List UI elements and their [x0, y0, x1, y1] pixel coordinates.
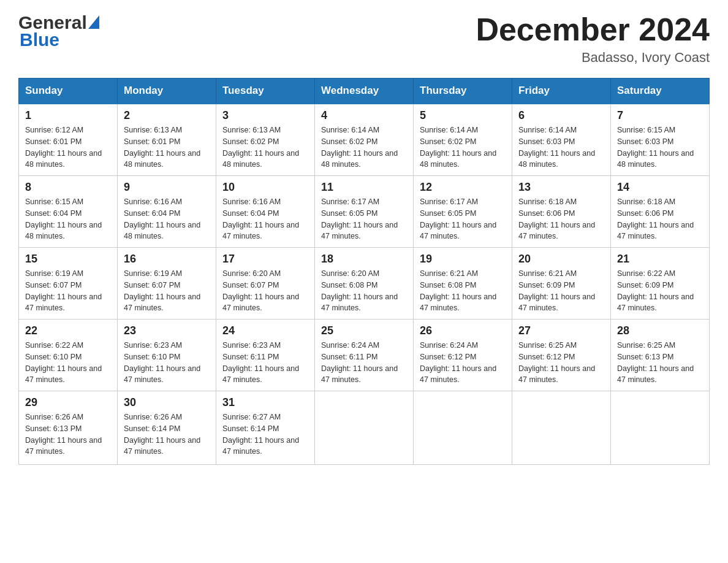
calendar-day-cell-5: 5Sunrise: 6:14 AMSunset: 6:02 PMDaylight… [414, 104, 512, 176]
calendar-day-cell-25: 25Sunrise: 6:24 AMSunset: 6:11 PMDayligh… [315, 320, 414, 391]
day-sun-info: Sunrise: 6:27 AMSunset: 6:14 PMDaylight:… [222, 412, 308, 458]
calendar-empty-cell [414, 391, 512, 465]
day-sun-info: Sunrise: 6:23 AMSunset: 6:10 PMDaylight:… [124, 340, 210, 386]
logo-blue-text: Blue [20, 29, 59, 50]
calendar-empty-cell [512, 391, 611, 465]
day-sun-info: Sunrise: 6:18 AMSunset: 6:06 PMDaylight:… [518, 196, 604, 242]
day-number: 5 [420, 109, 506, 122]
day-sun-info: Sunrise: 6:14 AMSunset: 6:03 PMDaylight:… [518, 124, 604, 170]
calendar-day-cell-13: 13Sunrise: 6:18 AMSunset: 6:06 PMDayligh… [512, 176, 611, 248]
calendar-day-header-wednesday: Wednesday [315, 79, 414, 104]
day-number: 23 [124, 324, 210, 337]
day-sun-info: Sunrise: 6:22 AMSunset: 6:10 PMDaylight:… [25, 340, 111, 386]
day-number: 16 [124, 253, 210, 266]
day-number: 15 [25, 253, 111, 266]
day-number: 19 [420, 253, 506, 266]
day-sun-info: Sunrise: 6:19 AMSunset: 6:07 PMDaylight:… [124, 268, 210, 314]
calendar-day-cell-11: 11Sunrise: 6:17 AMSunset: 6:05 PMDayligh… [315, 176, 414, 248]
calendar-empty-cell [611, 391, 710, 465]
calendar-day-cell-4: 4Sunrise: 6:14 AMSunset: 6:02 PMDaylight… [315, 104, 414, 176]
calendar-table: SundayMondayTuesdayWednesdayThursdayFrid… [18, 78, 710, 465]
calendar-day-cell-27: 27Sunrise: 6:25 AMSunset: 6:12 PMDayligh… [512, 320, 611, 391]
calendar-day-cell-16: 16Sunrise: 6:19 AMSunset: 6:07 PMDayligh… [118, 248, 216, 320]
day-number: 27 [518, 324, 604, 337]
day-number: 25 [321, 324, 407, 337]
day-number: 28 [617, 324, 703, 337]
calendar-day-cell-14: 14Sunrise: 6:18 AMSunset: 6:06 PMDayligh… [611, 176, 710, 248]
day-number: 13 [518, 181, 604, 194]
day-sun-info: Sunrise: 6:22 AMSunset: 6:09 PMDaylight:… [617, 268, 703, 314]
day-sun-info: Sunrise: 6:14 AMSunset: 6:02 PMDaylight:… [420, 124, 506, 170]
day-number: 10 [222, 181, 308, 194]
day-sun-info: Sunrise: 6:20 AMSunset: 6:07 PMDaylight:… [222, 268, 308, 314]
calendar-header-row: SundayMondayTuesdayWednesdayThursdayFrid… [19, 79, 710, 104]
calendar-empty-cell [315, 391, 414, 465]
day-sun-info: Sunrise: 6:17 AMSunset: 6:05 PMDaylight:… [420, 196, 506, 242]
day-sun-info: Sunrise: 6:25 AMSunset: 6:13 PMDaylight:… [617, 340, 703, 386]
calendar-day-header-friday: Friday [512, 79, 611, 104]
day-sun-info: Sunrise: 6:18 AMSunset: 6:06 PMDaylight:… [617, 196, 703, 242]
day-sun-info: Sunrise: 6:16 AMSunset: 6:04 PMDaylight:… [124, 196, 210, 242]
calendar-day-cell-20: 20Sunrise: 6:21 AMSunset: 6:09 PMDayligh… [512, 248, 611, 320]
day-sun-info: Sunrise: 6:25 AMSunset: 6:12 PMDaylight:… [518, 340, 604, 386]
day-sun-info: Sunrise: 6:21 AMSunset: 6:09 PMDaylight:… [518, 268, 604, 314]
day-sun-info: Sunrise: 6:12 AMSunset: 6:01 PMDaylight:… [25, 124, 111, 170]
day-sun-info: Sunrise: 6:23 AMSunset: 6:11 PMDaylight:… [222, 340, 308, 386]
day-sun-info: Sunrise: 6:26 AMSunset: 6:14 PMDaylight:… [124, 412, 210, 458]
day-sun-info: Sunrise: 6:19 AMSunset: 6:07 PMDaylight:… [25, 268, 111, 314]
calendar-week-row: 8Sunrise: 6:15 AMSunset: 6:04 PMDaylight… [19, 176, 710, 248]
calendar-day-cell-19: 19Sunrise: 6:21 AMSunset: 6:08 PMDayligh… [414, 248, 512, 320]
day-number: 7 [617, 109, 703, 122]
calendar-day-cell-6: 6Sunrise: 6:14 AMSunset: 6:03 PMDaylight… [512, 104, 611, 176]
day-number: 3 [222, 109, 308, 122]
calendar-day-header-sunday: Sunday [19, 79, 118, 104]
day-number: 24 [222, 324, 308, 337]
day-sun-info: Sunrise: 6:17 AMSunset: 6:05 PMDaylight:… [321, 196, 407, 242]
calendar-day-cell-7: 7Sunrise: 6:15 AMSunset: 6:03 PMDaylight… [611, 104, 710, 176]
svg-marker-0 [88, 15, 99, 29]
day-number: 22 [25, 324, 111, 337]
day-sun-info: Sunrise: 6:26 AMSunset: 6:13 PMDaylight:… [25, 412, 111, 458]
calendar-day-cell-21: 21Sunrise: 6:22 AMSunset: 6:09 PMDayligh… [611, 248, 710, 320]
day-sun-info: Sunrise: 6:24 AMSunset: 6:12 PMDaylight:… [420, 340, 506, 386]
day-sun-info: Sunrise: 6:15 AMSunset: 6:03 PMDaylight:… [617, 124, 703, 170]
calendar-day-header-monday: Monday [118, 79, 216, 104]
day-number: 14 [617, 181, 703, 194]
calendar-day-cell-24: 24Sunrise: 6:23 AMSunset: 6:11 PMDayligh… [216, 320, 315, 391]
day-sun-info: Sunrise: 6:13 AMSunset: 6:01 PMDaylight:… [124, 124, 210, 170]
calendar-day-cell-28: 28Sunrise: 6:25 AMSunset: 6:13 PMDayligh… [611, 320, 710, 391]
calendar-day-cell-22: 22Sunrise: 6:22 AMSunset: 6:10 PMDayligh… [19, 320, 118, 391]
day-number: 18 [321, 253, 407, 266]
calendar-day-cell-29: 29Sunrise: 6:26 AMSunset: 6:13 PMDayligh… [19, 391, 118, 465]
location-subtitle: Badasso, Ivory Coast [476, 50, 710, 66]
day-number: 9 [124, 181, 210, 194]
day-sun-info: Sunrise: 6:24 AMSunset: 6:11 PMDaylight:… [321, 340, 407, 386]
calendar-day-cell-2: 2Sunrise: 6:13 AMSunset: 6:01 PMDaylight… [118, 104, 216, 176]
day-number: 6 [518, 109, 604, 122]
day-sun-info: Sunrise: 6:16 AMSunset: 6:04 PMDaylight:… [222, 196, 308, 242]
day-number: 17 [222, 253, 308, 266]
calendar-day-cell-8: 8Sunrise: 6:15 AMSunset: 6:04 PMDaylight… [19, 176, 118, 248]
day-number: 12 [420, 181, 506, 194]
day-number: 8 [25, 181, 111, 194]
page-header: General Blue December 2024 Badasso, Ivor… [18, 12, 710, 66]
calendar-day-cell-15: 15Sunrise: 6:19 AMSunset: 6:07 PMDayligh… [19, 248, 118, 320]
day-number: 21 [617, 253, 703, 266]
day-number: 29 [25, 396, 111, 409]
calendar-week-row: 15Sunrise: 6:19 AMSunset: 6:07 PMDayligh… [19, 248, 710, 320]
day-sun-info: Sunrise: 6:15 AMSunset: 6:04 PMDaylight:… [25, 196, 111, 242]
calendar-day-header-thursday: Thursday [414, 79, 512, 104]
calendar-day-header-tuesday: Tuesday [216, 79, 315, 104]
calendar-day-cell-10: 10Sunrise: 6:16 AMSunset: 6:04 PMDayligh… [216, 176, 315, 248]
calendar-week-row: 1Sunrise: 6:12 AMSunset: 6:01 PMDaylight… [19, 104, 710, 176]
day-number: 26 [420, 324, 506, 337]
day-number: 1 [25, 109, 111, 122]
calendar-day-cell-1: 1Sunrise: 6:12 AMSunset: 6:01 PMDaylight… [19, 104, 118, 176]
day-number: 4 [321, 109, 407, 122]
calendar-day-header-saturday: Saturday [611, 79, 710, 104]
day-sun-info: Sunrise: 6:20 AMSunset: 6:08 PMDaylight:… [321, 268, 407, 314]
calendar-day-cell-17: 17Sunrise: 6:20 AMSunset: 6:07 PMDayligh… [216, 248, 315, 320]
logo-triangle-icon [88, 15, 99, 29]
day-sun-info: Sunrise: 6:14 AMSunset: 6:02 PMDaylight:… [321, 124, 407, 170]
day-number: 11 [321, 181, 407, 194]
